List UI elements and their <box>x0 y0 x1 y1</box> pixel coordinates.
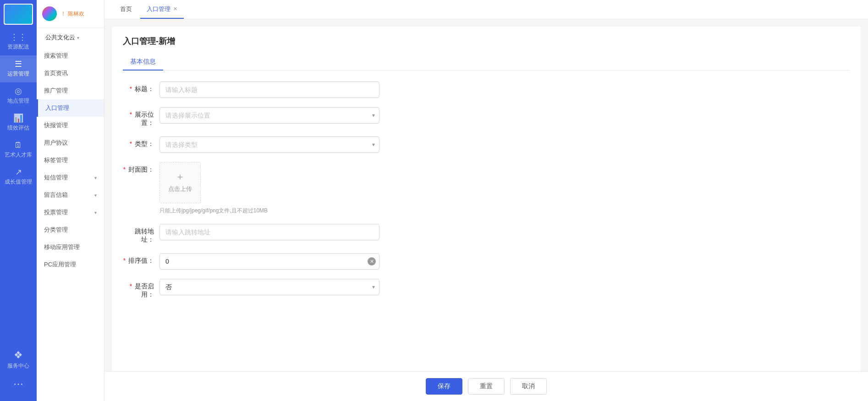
form-row-sort: * 排序值： ✕ <box>123 253 535 270</box>
sort-input[interactable] <box>159 253 379 270</box>
expand-icon: ▾ <box>94 193 97 198</box>
yishu-icon: 🗓 <box>14 141 22 149</box>
menu-shouye[interactable]: 首页资讯 <box>37 65 104 82</box>
menu-rukou[interactable]: 入口管理 <box>37 99 104 117</box>
form-row-display-position: * 展示位置： 请选择展示位置 ▾ <box>123 107 535 127</box>
expand-icon: ▾ <box>94 210 97 215</box>
menu-label: 留言信箱 <box>44 191 68 199</box>
title-label: * 标题： <box>123 81 159 93</box>
display-position-label: * 展示位置： <box>123 107 159 127</box>
menu-yidong[interactable]: 移动应用管理 <box>37 238 104 256</box>
menu-pc[interactable]: PC应用管理 <box>37 256 104 273</box>
form-container: 入口管理-新增 基本信息 * 标题： * <box>112 27 861 394</box>
expand-icon: ▾ <box>94 175 97 180</box>
sort-control: ✕ <box>159 253 379 270</box>
didian-icon: ◎ <box>15 87 22 95</box>
upload-area[interactable]: + 点击上传 <box>159 162 201 203</box>
is-enabled-select-wrap: 否 是 ▾ <box>159 279 379 295</box>
fuwu-icon: ❖ <box>14 350 23 360</box>
menu-label: 用户协议 <box>44 139 68 147</box>
chenzhang-icon: ↗ <box>15 168 22 176</box>
second-sidebar: ！ 陈林欢 公共文化云 ▾ 搜索管理 首页资讯 推广管理 入口管理 快报管理 用… <box>37 0 104 401</box>
type-select-wrap: 请选择类型 ▾ <box>159 136 379 153</box>
menu-label: 标签管理 <box>44 156 68 164</box>
tab-rukou-label: 入口管理 <box>147 5 170 13</box>
menu-label: 首页资讯 <box>44 69 68 77</box>
menu-label: 移动应用管理 <box>44 243 80 251</box>
redirect-url-control <box>159 224 379 240</box>
tab-close-icon[interactable]: ✕ <box>173 6 177 12</box>
cancel-button[interactable]: 取消 <box>510 378 547 395</box>
app-title-text: 公共文化云 <box>45 33 75 42</box>
menu-biaoqian[interactable]: 标签管理 <box>37 152 104 169</box>
is-enabled-select[interactable]: 否 是 <box>159 279 379 295</box>
page-title: 入口管理-新增 <box>123 36 850 47</box>
user-name: 陈林欢 <box>68 10 84 18</box>
sidebar-item-chenzhang[interactable]: ↗ 成长值管理 <box>0 163 37 190</box>
user-info[interactable]: ！ 陈林欢 <box>60 10 84 18</box>
sidebar-item-label: 资源配送 <box>7 43 29 51</box>
sidebar-item-yishu[interactable]: 🗓 艺术人才库 <box>0 136 37 163</box>
form-tabs: 基本信息 <box>123 54 850 70</box>
form-row-type: * 类型： 请选择类型 ▾ <box>123 136 535 153</box>
menu-toupiao[interactable]: 投票管理 ▾ <box>37 204 104 221</box>
menu-fenlei[interactable]: 分类管理 <box>37 221 104 238</box>
sidebar-item-yunying[interactable]: ☰ 运营管理 <box>0 55 37 82</box>
redirect-url-label: 跳转地址： <box>123 224 159 244</box>
sidebar-item-jixiao[interactable]: 📊 绩效评估 <box>0 109 37 136</box>
menu-duanxin[interactable]: 短信管理 ▾ <box>37 169 104 186</box>
sidebar-item-label: 运营管理 <box>7 70 29 78</box>
page-content: 入口管理-新增 基本信息 * 标题： * <box>104 19 868 401</box>
form-row-cover: * 封面图： + 点击上传 只能上传jpg/jpeg/gif/png文件,且不超… <box>123 162 535 215</box>
title-control <box>159 81 379 98</box>
type-select[interactable]: 请选择类型 <box>159 136 379 153</box>
sidebar-bottom: ❖ 服务中心 ⋯ <box>0 346 37 401</box>
sort-label: * 排序值： <box>123 253 159 265</box>
redirect-url-input[interactable] <box>159 224 379 240</box>
menu-label: 推广管理 <box>44 87 68 95</box>
is-enabled-control: 否 是 ▾ <box>159 279 379 295</box>
form-row-title: * 标题： <box>123 81 535 98</box>
tab-home-label: 首页 <box>120 5 132 13</box>
form-row-is-enabled: * 是否启用： 否 是 ▾ <box>123 279 535 299</box>
menu-label: 入口管理 <box>45 104 69 112</box>
display-position-select-wrap: 请选择展示位置 ▾ <box>159 107 379 124</box>
ziyuan-icon: ⋮⋮ <box>10 33 27 41</box>
tab-home[interactable]: 首页 <box>114 0 138 19</box>
title-input[interactable] <box>159 81 379 98</box>
menu-kuaibao[interactable]: 快报管理 <box>37 117 104 134</box>
extra-icon: ⋯ <box>13 379 23 389</box>
yunying-icon: ☰ <box>15 60 22 68</box>
upload-hint: 只能上传jpg/jpeg/gif/png文件,且不超过10MB <box>159 207 379 215</box>
logo-image <box>5 5 32 24</box>
sidebar-item-didian[interactable]: ◎ 地点管理 <box>0 82 37 109</box>
menu-yonghu[interactable]: 用户协议 <box>37 134 104 152</box>
app-dropdown-arrow: ▾ <box>77 35 79 40</box>
menu-liuyan[interactable]: 留言信箱 ▾ <box>37 186 104 204</box>
reset-button[interactable]: 重置 <box>468 378 505 395</box>
menu-tuiguang[interactable]: 推广管理 <box>37 82 104 99</box>
menu-label: 快报管理 <box>44 121 68 130</box>
upload-plus-icon: + <box>177 172 183 182</box>
menu-label: 短信管理 <box>44 173 68 182</box>
cover-label: * 封面图： <box>123 162 159 174</box>
form-tab-basic[interactable]: 基本信息 <box>123 54 163 70</box>
menu-sousuo[interactable]: 搜索管理 <box>37 47 104 65</box>
sidebar-item-label: 成长值管理 <box>5 178 32 186</box>
sidebar-item-fuwu[interactable]: ❖ 服务中心 <box>0 346 37 374</box>
display-position-select[interactable]: 请选择展示位置 <box>159 107 379 124</box>
user-badge: ！ <box>60 10 66 18</box>
sidebar-item-label: 地点管理 <box>7 97 29 105</box>
sort-clear-button[interactable]: ✕ <box>368 257 376 266</box>
menu-label: 搜索管理 <box>44 52 68 60</box>
upload-text: 点击上传 <box>168 185 192 193</box>
sidebar-item-ziyuan[interactable]: ⋮⋮ 资源配送 <box>0 28 37 55</box>
app-title[interactable]: 公共文化云 ▾ <box>37 28 104 47</box>
menu-label: PC应用管理 <box>44 260 76 269</box>
tab-rukou[interactable]: 入口管理 ✕ <box>140 0 184 19</box>
sidebar-item-extra[interactable]: ⋯ <box>0 374 37 394</box>
display-position-control: 请选择展示位置 ▾ <box>159 107 379 124</box>
save-button[interactable]: 保存 <box>426 378 462 395</box>
sidebar-item-label: 绩效评估 <box>7 124 29 132</box>
menu-label: 分类管理 <box>44 226 68 234</box>
